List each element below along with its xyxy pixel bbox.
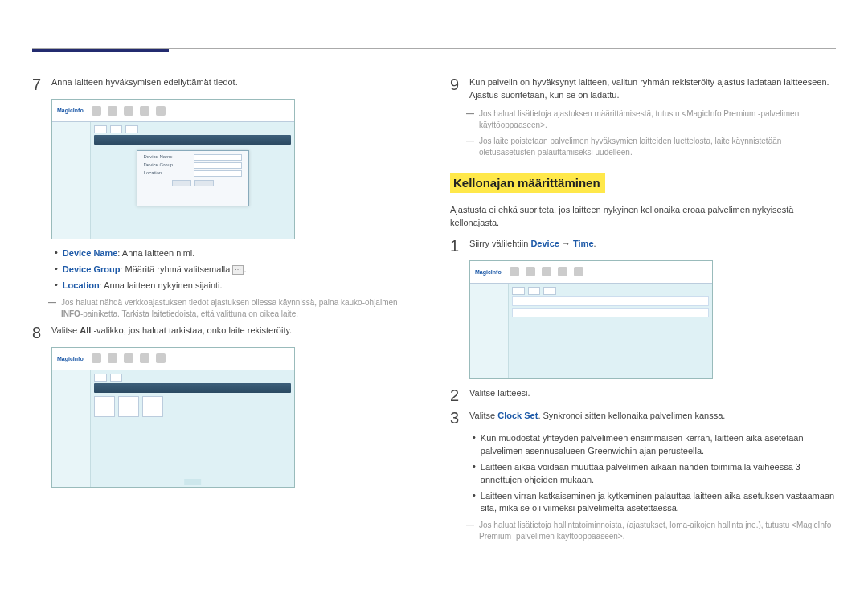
step-7: 7 Anna laitteen hyväksymisen edellyttämä… <box>32 76 418 92</box>
mock-tab <box>512 287 525 295</box>
left-column: 7 Anna laitteen hyväksymisen edellyttämä… <box>32 76 418 547</box>
step-number: 1 <box>450 238 469 254</box>
screenshot-8: MagicInfo <box>51 347 295 488</box>
step-number: 2 <box>450 387 469 403</box>
note-schedule: ― Jos haluat lisätietoja ajastuksen määr… <box>466 108 836 131</box>
mock-main <box>91 370 294 487</box>
step-text: Valitse Clock Set. Synkronoi sitten kell… <box>469 410 725 423</box>
dash-icon: ― <box>48 297 56 320</box>
footnote: ― Jos haluat lisätietoja hallintatoiminn… <box>466 520 836 542</box>
section-heading: Kellonajan määrittäminen <box>450 173 605 193</box>
step-number: 9 <box>450 76 469 92</box>
mock-sidebar <box>52 122 91 239</box>
bullet-text: Laitteen virran katkaiseminen ja kytkemi… <box>481 490 836 516</box>
step-text: Valitse All -valikko, jos haluat tarkist… <box>51 325 292 337</box>
note-text: Jos haluat nähdä verkkoajastuksen tiedot… <box>61 297 418 320</box>
mock-icon <box>124 106 133 116</box>
dash-icon: ― <box>466 108 474 131</box>
step-number: 8 <box>32 325 51 341</box>
top-rule <box>32 48 836 49</box>
mock-icon <box>92 353 101 363</box>
mock-icon <box>140 353 149 363</box>
step-text: Siirry välilehtiin Device → Time. <box>469 238 596 251</box>
mock-tab <box>94 125 107 133</box>
mock-logo: MagicInfo <box>57 356 84 362</box>
bullet-text: Laitteen aikaa voidaan muuttaa palvelime… <box>481 461 836 487</box>
mock-tab <box>543 287 556 295</box>
mock-icon <box>108 106 117 116</box>
step-time-2: 2 Valitse laitteesi. <box>450 387 836 403</box>
mock-icon <box>542 267 551 276</box>
mock-logo: MagicInfo <box>475 269 502 275</box>
mock-icon <box>558 267 567 276</box>
mock-dialog: Device Name Device Group Location <box>137 150 249 206</box>
bullet-text: Kun muodostat yhteyden palvelimeen ensim… <box>481 432 836 458</box>
step-number: 3 <box>450 410 469 426</box>
bullet-icon <box>55 264 58 273</box>
bullet-device-group: Device Group: Määritä ryhmä valitsemalla… <box>55 264 418 276</box>
screenshot-time: MagicInfo <box>469 260 713 379</box>
mock-sidebar <box>470 284 509 378</box>
mock-icon <box>108 353 117 363</box>
sub-bullet-3: Laitteen virran katkaiseminen ja kytkemi… <box>473 490 836 516</box>
note-text: Jos haluat lisätietoja ajastuksen määrit… <box>479 108 836 131</box>
sub-bullet-2: Laitteen aikaa voidaan muuttaa palvelime… <box>473 461 836 487</box>
mock-toolbar <box>94 135 291 145</box>
bullet-text: Location: Anna laitteen nykyinen sijaint… <box>63 280 223 292</box>
mock-icon <box>574 267 583 276</box>
note-text: Jos haluat lisätietoja hallintatoiminnoi… <box>479 520 836 542</box>
bullet-icon <box>473 432 476 442</box>
mock-tab <box>110 125 123 133</box>
mock-icon <box>156 353 166 363</box>
bullet-icon <box>473 461 476 471</box>
mock-thumb <box>94 396 115 417</box>
ellipsis-button-icon: ⋯ <box>232 265 244 275</box>
step-time-1: 1 Siirry välilehtiin Device → Time. <box>450 238 836 254</box>
step-8: 8 Valitse All -valikko, jos haluat tarki… <box>32 325 418 341</box>
right-column: 9 Kun palvelin on hyväksynyt laitteen, v… <box>450 76 836 547</box>
dash-icon: ― <box>466 520 474 542</box>
step-9: 9 Kun palvelin on hyväksynyt laitteen, v… <box>450 76 836 102</box>
note-removed: ― Jos laite poistetaan palvelimen hyväks… <box>466 136 836 158</box>
step-time-3: 3 Valitse Clock Set. Synkronoi sitten ke… <box>450 410 836 426</box>
note-text: Jos laite poistetaan palvelimen hyväksym… <box>479 136 836 158</box>
mock-thumb <box>118 396 139 417</box>
mock-icon <box>510 267 519 276</box>
bullet-text: Device Name: Anna laitteen nimi. <box>63 247 195 260</box>
step-text: Valitse laitteesi. <box>469 387 530 400</box>
mock-toolbar <box>94 383 291 393</box>
bullet-text: Device Group: Määritä ryhmä valitsemalla… <box>63 264 247 276</box>
bullet-icon <box>473 490 476 500</box>
bullet-device-name: Device Name: Anna laitteen nimi. <box>55 247 418 260</box>
mock-icon <box>526 267 535 276</box>
mock-main <box>509 284 712 378</box>
mock-data-row <box>512 308 709 317</box>
mock-icon <box>156 106 166 116</box>
mock-main: Device Name Device Group Location <box>91 122 294 239</box>
note-info: ― Jos haluat nähdä verkkoajastuksen tied… <box>48 297 418 320</box>
mock-header-row <box>512 296 709 306</box>
mock-icon <box>92 106 101 116</box>
screenshot-7: MagicInfo Device Name <box>51 99 295 239</box>
mock-tab <box>528 287 541 295</box>
step-number: 7 <box>32 76 51 92</box>
mock-tab <box>110 374 123 382</box>
step-text: Anna laitteen hyväksymisen edellyttämät … <box>51 76 238 89</box>
sub-bullet-1: Kun muodostat yhteyden palvelimeen ensim… <box>473 432 836 458</box>
mock-icon <box>140 106 149 116</box>
mock-thumb <box>142 396 163 417</box>
mock-sidebar <box>52 370 91 487</box>
bullet-icon <box>55 280 58 289</box>
dash-icon: ― <box>466 136 474 158</box>
mock-pager <box>184 479 202 485</box>
section-intro: Ajastusta ei ehkä suoriteta, jos laittee… <box>450 204 836 230</box>
step-text: Kun palvelin on hyväksynyt laitteen, val… <box>469 76 836 102</box>
mock-tab <box>94 374 107 382</box>
bullet-icon <box>55 247 58 257</box>
mock-tab <box>125 125 138 133</box>
mock-icon <box>124 353 133 363</box>
bullet-location: Location: Anna laitteen nykyinen sijaint… <box>55 280 418 292</box>
mock-logo: MagicInfo <box>57 108 84 113</box>
